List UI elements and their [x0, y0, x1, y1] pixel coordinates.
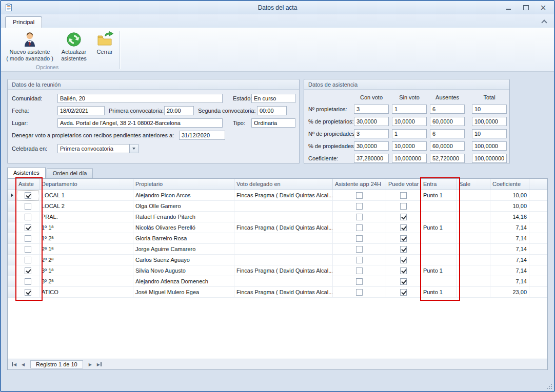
asistente-app-24h-checkbox[interactable]: [356, 278, 363, 285]
cell-puede-votar[interactable]: [386, 233, 421, 244]
asistencia-value-field[interactable]: 3: [354, 105, 389, 114]
cell-entra[interactable]: [421, 212, 457, 222]
fecha-field[interactable]: 18/02/2021: [57, 106, 105, 115]
cell-sale[interactable]: [457, 255, 490, 265]
cell-puede-votar[interactable]: [386, 255, 421, 265]
cell-asiste[interactable]: [16, 276, 39, 287]
cell-coeficiente[interactable]: 7,14: [490, 233, 529, 244]
lugar-field[interactable]: Avda. Portal de l'Angel, 38 2-1 08002-Ba…: [57, 118, 223, 128]
cell-entra[interactable]: [421, 201, 457, 212]
cell-puede-votar[interactable]: [386, 265, 421, 276]
cell-departamento[interactable]: 1º 1ª: [39, 222, 133, 233]
asiste-checkbox[interactable]: [25, 235, 31, 242]
cell-asiste[interactable]: [16, 244, 39, 255]
column-header-asistente-app-24h[interactable]: Asistente app 24H: [333, 179, 386, 190]
cell-puede-votar[interactable]: [386, 190, 421, 201]
grid-row[interactable]: 3º 2ªAlejandro Atienza Domenech7,14: [8, 276, 547, 287]
cell-departamento[interactable]: 3º 2ª: [39, 276, 133, 287]
cell-asiste[interactable]: [16, 265, 39, 276]
cell-coeficiente[interactable]: 10,00: [490, 201, 529, 212]
cell-sale[interactable]: [457, 244, 490, 255]
cell-asiste[interactable]: [16, 212, 39, 222]
asistencia-value-field[interactable]: 100,0000: [472, 141, 507, 151]
cell-coeficiente[interactable]: 10,00: [490, 190, 529, 201]
cell-voto-delegado[interactable]: [234, 212, 333, 222]
asiste-checkbox[interactable]: [25, 246, 31, 253]
grid-row[interactable]: 2ª 1ªJorge Aguirre Camarero7,14: [8, 244, 547, 255]
cell-asistente-app-24h[interactable]: [333, 201, 386, 212]
cell-departamento[interactable]: 3º 1ª: [39, 265, 133, 276]
asiste-checkbox[interactable]: [25, 224, 31, 231]
cell-voto-delegado[interactable]: Fincas Pragma ( David Quintas Alcal...: [234, 190, 333, 201]
asistente-app-24h-checkbox[interactable]: [356, 203, 363, 210]
asistencia-value-field[interactable]: 6: [430, 105, 465, 114]
cell-entra[interactable]: Punto 1: [421, 265, 457, 276]
cell-voto-delegado[interactable]: Fincas Pragma ( David Quintas Alcal...: [234, 222, 333, 233]
asiste-checkbox[interactable]: [25, 257, 31, 263]
cell-coeficiente[interactable]: 7,14: [490, 265, 529, 276]
cell-asiste[interactable]: [16, 222, 39, 233]
grid-row[interactable]: ATICOJosé Miguel Mulero EgeaFincas Pragm…: [8, 287, 547, 298]
asistencia-value-field[interactable]: 100,000000: [472, 154, 507, 163]
asistencia-value-field[interactable]: 10,0000: [392, 117, 427, 126]
denegar-fecha-field[interactable]: 31/12/2020: [179, 131, 225, 140]
column-header-sale[interactable]: Sale: [457, 179, 490, 190]
cell-asiste[interactable]: [16, 255, 39, 265]
cell-propietario[interactable]: Carlos Saenz Aguayo: [133, 255, 234, 265]
puede-votar-checkbox[interactable]: [400, 278, 407, 285]
asistencia-value-field[interactable]: 3: [354, 129, 389, 138]
cell-asistente-app-24h[interactable]: [333, 244, 386, 255]
grid-row[interactable]: LOCAL 2Olga Olle Gamero10,00: [8, 201, 547, 212]
puede-votar-checkbox[interactable]: [400, 246, 407, 253]
asistencia-value-field[interactable]: 30,0000: [354, 117, 389, 126]
column-header-asiste[interactable]: Asiste: [16, 179, 39, 190]
asistencia-value-field[interactable]: 10: [472, 105, 507, 114]
celebrada-combobox[interactable]: Primera convocatoria: [57, 144, 138, 153]
titlebar[interactable]: Datos del acta ×: [1, 1, 554, 14]
grid-row[interactable]: LOCAL 1Alejandro Picon ArcosFincas Pragm…: [8, 190, 547, 201]
segunda-convocatoria-field[interactable]: 00:00: [257, 106, 287, 115]
cell-asiste[interactable]: [16, 287, 39, 298]
tipo-field[interactable]: Ordinaria: [251, 118, 295, 128]
puede-votar-checkbox[interactable]: [400, 224, 407, 231]
cell-asistente-app-24h[interactable]: [333, 190, 386, 201]
cell-puede-votar[interactable]: [386, 276, 421, 287]
cell-coeficiente[interactable]: 7,14: [490, 255, 529, 265]
puede-votar-checkbox[interactable]: [400, 214, 407, 220]
cell-coeficiente[interactable]: 23,00: [490, 287, 529, 298]
cell-sale[interactable]: [457, 265, 490, 276]
close-window-button[interactable]: ×: [537, 3, 550, 12]
asistencia-value-field[interactable]: 10: [472, 129, 507, 138]
cell-propietario[interactable]: José Miguel Mulero Egea: [133, 287, 234, 298]
new-attendee-button[interactable]: Nuevo asistente( modo avanzado ): [3, 29, 56, 64]
column-header-voto-delegado-en[interactable]: Voto delegado en: [234, 179, 333, 190]
cell-propietario[interactable]: Nicolás Olivares Perelló: [133, 222, 234, 233]
cell-sale[interactable]: [457, 212, 490, 222]
cell-asiste[interactable]: [16, 190, 39, 201]
cell-propietario[interactable]: Rafael Ferrando Pitarch: [133, 212, 234, 222]
cell-sale[interactable]: [457, 190, 490, 201]
last-record-button[interactable]: ▶: [95, 360, 104, 368]
asistencia-value-field[interactable]: 10,0000: [392, 141, 427, 151]
asistencia-value-field[interactable]: 1: [392, 105, 427, 114]
close-button[interactable]: Cerrar: [91, 29, 118, 64]
cell-puede-votar[interactable]: [386, 287, 421, 298]
asistente-app-24h-checkbox[interactable]: [356, 192, 363, 199]
asistente-app-24h-checkbox[interactable]: [356, 214, 363, 220]
column-header-puede-votar[interactable]: Puede votar: [386, 179, 421, 190]
estado-field[interactable]: En curso: [251, 94, 295, 103]
asistente-app-24h-checkbox[interactable]: [356, 257, 363, 263]
cell-propietario[interactable]: Silvia Novo Augusto: [133, 265, 234, 276]
cell-asistente-app-24h[interactable]: [333, 222, 386, 233]
asistencia-value-field[interactable]: 60,0000: [430, 117, 465, 126]
cell-entra[interactable]: Punto 1: [421, 190, 457, 201]
comunidad-field[interactable]: Bailén, 20: [57, 94, 223, 103]
cell-departamento[interactable]: LOCAL 2: [39, 201, 133, 212]
grid-row[interactable]: 1º 1ªNicolás Olivares PerellóFincas Prag…: [8, 222, 547, 233]
cell-propietario[interactable]: Jorge Aguirre Camarero: [133, 244, 234, 255]
combo-dropdown-button[interactable]: [129, 145, 138, 153]
asistente-app-24h-checkbox[interactable]: [356, 224, 363, 231]
asistencia-value-field[interactable]: 37,280000: [354, 154, 389, 163]
asistencia-value-field[interactable]: 1: [392, 129, 427, 138]
cell-asistente-app-24h[interactable]: [333, 255, 386, 265]
